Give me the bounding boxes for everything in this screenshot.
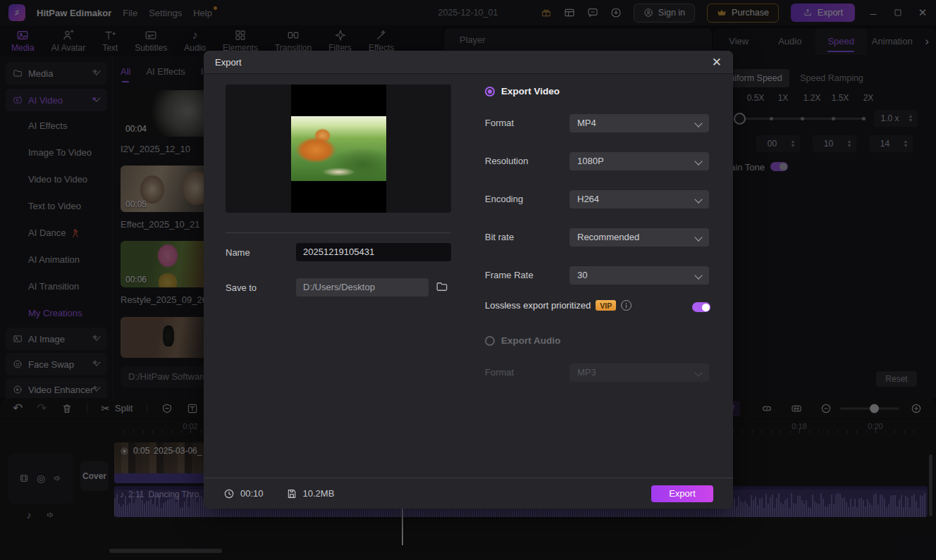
format-value: MP4 — [577, 118, 596, 128]
resolution-row: Resolution 1080P — [485, 152, 710, 170]
encoding-row: Encoding H264 — [485, 190, 710, 209]
folder-icon — [436, 280, 448, 293]
preview-image — [291, 116, 386, 181]
lossless-row: Lossless export prioritized VIP — [485, 300, 632, 311]
radio-unselected-icon[interactable] — [485, 336, 495, 346]
bitrate-label: Bit rate — [485, 228, 514, 247]
chevron-down-icon — [694, 157, 702, 165]
chevron-down-icon — [694, 195, 702, 203]
save-icon — [286, 488, 297, 499]
export-duration: 00:10 — [223, 488, 264, 499]
dialog-title: Export — [215, 57, 242, 68]
resolution-select[interactable]: 1080P — [569, 152, 709, 170]
export-dialog-header: Export ✕ — [204, 51, 733, 74]
bitrate-select[interactable]: Recommended — [569, 228, 709, 247]
export-confirm-button[interactable]: Export — [651, 485, 713, 502]
chevron-down-icon — [694, 368, 702, 376]
export-video-label: Export Video — [501, 86, 560, 97]
export-filesize: 10.2MB — [286, 488, 335, 499]
export-audio-label: Export Audio — [501, 335, 560, 346]
encoding-label: Encoding — [485, 190, 523, 209]
save-path-input[interactable]: D:/Users/Desktop — [296, 278, 429, 297]
name-input[interactable]: 20251219105431 — [296, 243, 451, 261]
divider — [226, 232, 451, 233]
framerate-value: 30 — [577, 270, 587, 280]
save-to-label: Save to — [226, 282, 257, 293]
export-dialog-footer: 00:10 10.2MB Export — [204, 478, 733, 509]
resolution-value: 1080P — [577, 156, 604, 166]
framerate-label: Frame Rate — [485, 266, 534, 285]
export-audio-radio-row[interactable]: Export Audio — [485, 335, 560, 346]
audio-format-select: MP3 — [569, 363, 709, 382]
format-label: Format — [485, 114, 514, 132]
format-row: Format MP4 — [485, 114, 710, 132]
resolution-label: Resolution — [485, 152, 528, 170]
bitrate-row: Bit rate Recommended — [485, 228, 710, 247]
framerate-row: Frame Rate 30 — [485, 266, 710, 285]
audio-format-value: MP3 — [577, 367, 596, 378]
app-window: HitPaw Edimakor File Settings Help 2025-… — [0, 0, 936, 560]
lossless-label: Lossless export prioritized — [485, 300, 591, 311]
audio-format-row: Format MP3 — [485, 363, 710, 382]
export-video-radio-row[interactable]: Export Video — [485, 86, 560, 97]
browse-folder-button[interactable] — [436, 280, 448, 293]
format-select[interactable]: MP4 — [569, 114, 709, 132]
info-icon[interactable] — [621, 300, 632, 311]
export-preview — [226, 85, 451, 213]
encoding-select[interactable]: H264 — [569, 190, 709, 209]
radio-selected-icon[interactable] — [485, 87, 495, 97]
audio-format-label: Format — [485, 363, 514, 382]
close-icon[interactable]: ✕ — [712, 55, 722, 70]
encoding-value: H264 — [577, 194, 599, 204]
export-dialog: Export ✕ Name 20251219105431 Save to D:/… — [204, 51, 733, 509]
chevron-down-icon — [694, 119, 702, 127]
name-label: Name — [226, 247, 250, 258]
clock-icon — [223, 488, 235, 499]
chevron-down-icon — [694, 233, 702, 241]
chevron-down-icon — [694, 271, 702, 279]
vip-badge: VIP — [596, 300, 616, 311]
framerate-select[interactable]: 30 — [569, 266, 709, 285]
lossless-toggle[interactable] — [692, 302, 710, 312]
bitrate-value: Recommended — [577, 232, 639, 242]
